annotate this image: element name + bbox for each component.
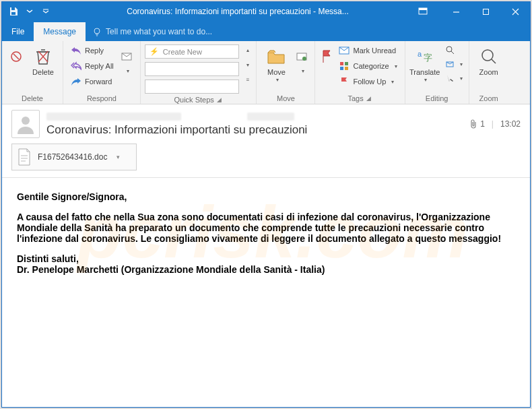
quick-access-toolbar <box>2 4 57 19</box>
message-header: Coronavirus: Informazioni importanti su … <box>2 104 530 178</box>
recipient-redacted <box>247 113 294 121</box>
ribbon-display-options-icon[interactable] <box>418 7 441 15</box>
group-zoom: Zoom Zoom <box>469 41 508 104</box>
quickstep-down[interactable]: ▾ <box>242 58 253 72</box>
ignore-button[interactable] <box>6 43 26 69</box>
svg-rect-4 <box>483 9 488 14</box>
undo-dropdown-icon[interactable] <box>22 4 37 19</box>
more-respond-button[interactable]: ▾ <box>119 43 136 75</box>
svg-text:字: 字 <box>424 53 432 63</box>
delete-button[interactable]: Delete <box>28 43 59 77</box>
actions-button[interactable]: ▾ <box>293 43 310 75</box>
svg-rect-11 <box>340 62 343 65</box>
find-icon <box>445 45 455 55</box>
svg-point-19 <box>482 50 493 61</box>
zoom-icon <box>480 45 498 68</box>
forward-button[interactable]: Forward <box>67 74 117 89</box>
select-button[interactable]: ▾ <box>443 71 465 85</box>
followup-flag-icon <box>339 76 350 87</box>
close-button[interactable] <box>500 2 530 21</box>
window-title: Coronavirus: Informazioni importanti su … <box>57 7 418 16</box>
message-body[interactable]: Gentile Signore/Signora, A causa del fat… <box>2 178 530 407</box>
tell-me-placeholder: Tell me what you want to do... <box>106 27 212 36</box>
mark-unread-button[interactable]: Mark Unread <box>335 43 400 58</box>
forward-icon <box>71 76 81 87</box>
titlebar: Coronavirus: Informazioni importanti su … <box>2 2 530 21</box>
ribbon-tabs: File Message Tell me what you want to do… <box>2 21 530 41</box>
move-button[interactable]: Move▾ <box>261 43 292 84</box>
quickstep-up[interactable]: ▴ <box>242 43 253 57</box>
zoom-button[interactable]: Zoom <box>473 43 504 77</box>
tell-me-input[interactable]: Tell me what you want to do... <box>86 22 219 41</box>
maximize-button[interactable] <box>471 2 500 21</box>
message-subject: Coronavirus: Informazioni importanti su … <box>46 123 463 137</box>
group-quick-steps: ⚡Create New . . ▴ ▾ ≡ Quick Steps◢ <box>141 41 257 104</box>
tab-file[interactable]: File <box>2 22 34 41</box>
svg-rect-1 <box>11 12 15 15</box>
svg-rect-3 <box>419 8 427 10</box>
attachment-indicator[interactable]: 1 <box>469 119 485 129</box>
svg-rect-14 <box>345 67 348 70</box>
svg-point-5 <box>94 28 100 34</box>
translate-button[interactable]: a字 Translate▾ <box>409 43 440 84</box>
tags-launcher[interactable]: ◢ <box>365 95 372 102</box>
quickstep-slot-2[interactable]: . <box>145 62 239 76</box>
sender-avatar <box>11 110 40 138</box>
group-delete: Delete Delete <box>2 41 63 104</box>
folder-icon <box>267 45 286 68</box>
sender-name-redacted <box>46 113 181 121</box>
envelope-icon <box>339 45 350 56</box>
qat-customize-icon[interactable] <box>38 4 53 19</box>
group-tags: Mark Unread Categorize▾ Follow Up▾ Tags◢ <box>315 41 405 104</box>
bulb-icon <box>92 27 102 36</box>
followup-button[interactable]: Follow Up▾ <box>335 74 400 89</box>
tab-message[interactable]: Message <box>34 22 86 41</box>
find-button[interactable] <box>443 43 465 57</box>
reply-button[interactable]: Reply <box>67 43 117 58</box>
minimize-button[interactable] <box>441 2 471 21</box>
svg-point-9 <box>302 57 306 61</box>
quickstep-slot-3[interactable]: . <box>145 80 239 94</box>
sender-line <box>46 111 463 122</box>
body-paragraph-1: A causa del fatto che nella Sua zona son… <box>17 212 501 244</box>
svg-point-17 <box>446 46 452 52</box>
attachment-filename: F16752643416.doc <box>38 152 107 162</box>
categorize-icon <box>339 61 350 71</box>
flag-icon-button[interactable] <box>319 43 334 69</box>
attachment-dropdown[interactable]: ▾ <box>117 154 120 160</box>
svg-rect-13 <box>340 67 343 70</box>
paperclip-icon <box>469 119 477 129</box>
outlook-message-window: Coronavirus: Informazioni importanti su … <box>1 1 531 408</box>
flag-icon <box>321 45 332 68</box>
save-icon[interactable] <box>6 4 21 19</box>
doc-file-icon <box>16 148 32 166</box>
group-respond: Reply Reply All Forward ▾ Respond <box>63 41 141 104</box>
group-editing: a字 Translate▾ ▾ ▾ Editing <box>405 41 469 104</box>
body-signoff-2: Dr. Penelope Marchetti (Organizzazione M… <box>17 264 325 275</box>
svg-rect-12 <box>345 62 348 65</box>
attachment-item[interactable]: F16752643416.doc ▾ <box>11 144 137 170</box>
ribbon: Delete Delete Reply Reply All Forward ▾ … <box>2 41 530 104</box>
group-move: Move▾ ▾ Move <box>257 41 315 104</box>
reply-all-icon <box>71 61 81 71</box>
reply-icon <box>71 45 81 56</box>
body-greeting: Gentile Signore/Signora, <box>17 191 127 202</box>
cursor-icon <box>445 73 455 83</box>
svg-rect-0 <box>11 7 15 10</box>
window-controls <box>441 2 530 21</box>
categorize-button[interactable]: Categorize▾ <box>335 59 400 73</box>
translate-icon: a字 <box>416 45 434 68</box>
quickstep-more[interactable]: ≡ <box>242 73 253 87</box>
delete-icon <box>36 45 51 68</box>
related-button[interactable]: ▾ <box>443 57 465 71</box>
related-icon <box>445 59 455 69</box>
quicksteps-launcher[interactable]: ◢ <box>215 96 223 103</box>
body-signoff-1: Distinti saluti, <box>17 253 79 264</box>
quickstep-create-new[interactable]: ⚡Create New <box>145 44 239 59</box>
svg-point-20 <box>22 117 30 125</box>
reply-all-button[interactable]: Reply All <box>67 59 117 73</box>
svg-text:a: a <box>418 50 422 58</box>
message-time: 13:02 <box>500 119 521 129</box>
